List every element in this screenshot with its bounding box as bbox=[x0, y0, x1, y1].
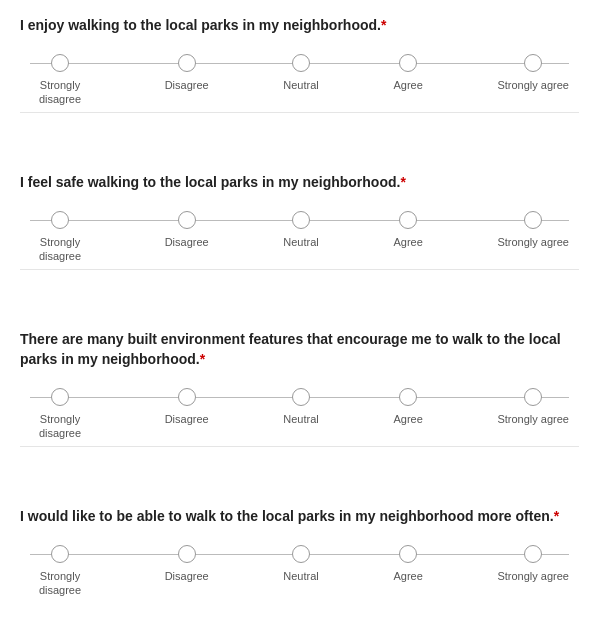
scale-label-4-5: Strongly agree bbox=[497, 569, 569, 583]
scale-circle-3-2[interactable] bbox=[178, 388, 196, 406]
scale-point-4-4[interactable]: Agree bbox=[393, 545, 422, 598]
question-block-3: There are many built environment feature… bbox=[20, 330, 579, 483]
scale-points-1: StronglydisagreeDisagreeNeutralAgreeStro… bbox=[30, 54, 569, 107]
scale-points-2: StronglydisagreeDisagreeNeutralAgreeStro… bbox=[30, 211, 569, 264]
required-marker-4: * bbox=[554, 508, 559, 524]
scale-points-4: StronglydisagreeDisagreeNeutralAgreeStro… bbox=[30, 545, 569, 598]
scale-label-3-2: Disagree bbox=[165, 412, 209, 426]
scale-label-3-3: Neutral bbox=[283, 412, 318, 426]
scale-label-2-5: Strongly agree bbox=[497, 235, 569, 249]
scale-circle-2-4[interactable] bbox=[399, 211, 417, 229]
scale-point-2-3[interactable]: Neutral bbox=[283, 211, 318, 264]
scale-circle-4-4[interactable] bbox=[399, 545, 417, 563]
scale-point-1-4[interactable]: Agree bbox=[393, 54, 422, 107]
scale-circle-1-2[interactable] bbox=[178, 54, 196, 72]
scale-label-4-3: Neutral bbox=[283, 569, 318, 583]
scale-circle-1-3[interactable] bbox=[292, 54, 310, 72]
scale-container-3: StronglydisagreeDisagreeNeutralAgreeStro… bbox=[30, 388, 569, 441]
scale-label-1-1: Stronglydisagree bbox=[30, 78, 90, 107]
scale-label-3-4: Agree bbox=[393, 412, 422, 426]
scale-circle-4-1[interactable] bbox=[51, 545, 69, 563]
scale-point-1-3[interactable]: Neutral bbox=[283, 54, 318, 107]
scale-label-4-4: Agree bbox=[393, 569, 422, 583]
scale-circle-1-1[interactable] bbox=[51, 54, 69, 72]
scale-point-3-1[interactable]: Stronglydisagree bbox=[30, 388, 90, 441]
scale-circle-4-2[interactable] bbox=[178, 545, 196, 563]
scale-label-2-3: Neutral bbox=[283, 235, 318, 249]
scale-point-2-4[interactable]: Agree bbox=[393, 211, 422, 264]
question-text-2: I feel safe walking to the local parks i… bbox=[20, 173, 579, 193]
scale-circle-2-2[interactable] bbox=[178, 211, 196, 229]
scale-point-4-3[interactable]: Neutral bbox=[283, 545, 318, 598]
question-block-4: I would like to be able to walk to the l… bbox=[20, 507, 579, 619]
scale-point-2-1[interactable]: Stronglydisagree bbox=[30, 211, 90, 264]
scale-label-1-2: Disagree bbox=[165, 78, 209, 92]
scale-circle-1-5[interactable] bbox=[524, 54, 542, 72]
scale-label-1-5: Strongly agree bbox=[497, 78, 569, 92]
scale-point-4-1[interactable]: Stronglydisagree bbox=[30, 545, 90, 598]
scale-point-3-5[interactable]: Strongly agree bbox=[497, 388, 569, 441]
question-text-4: I would like to be able to walk to the l… bbox=[20, 507, 579, 527]
scale-point-4-5[interactable]: Strongly agree bbox=[497, 545, 569, 598]
scale-points-3: StronglydisagreeDisagreeNeutralAgreeStro… bbox=[30, 388, 569, 441]
question-text-1: I enjoy walking to the local parks in my… bbox=[20, 16, 579, 36]
scale-label-3-5: Strongly agree bbox=[497, 412, 569, 426]
scale-circle-4-5[interactable] bbox=[524, 545, 542, 563]
scale-circle-3-1[interactable] bbox=[51, 388, 69, 406]
divider-1 bbox=[20, 112, 579, 113]
divider-2 bbox=[20, 269, 579, 270]
scale-circle-3-4[interactable] bbox=[399, 388, 417, 406]
question-block-1: I enjoy walking to the local parks in my… bbox=[20, 16, 579, 149]
scale-point-4-2[interactable]: Disagree bbox=[165, 545, 209, 598]
survey-container: I enjoy walking to the local parks in my… bbox=[20, 16, 579, 619]
scale-label-2-1: Stronglydisagree bbox=[30, 235, 90, 264]
scale-label-4-2: Disagree bbox=[165, 569, 209, 583]
scale-label-1-3: Neutral bbox=[283, 78, 318, 92]
required-marker-1: * bbox=[381, 17, 386, 33]
scale-point-2-2[interactable]: Disagree bbox=[165, 211, 209, 264]
scale-circle-4-3[interactable] bbox=[292, 545, 310, 563]
question-text-3: There are many built environment feature… bbox=[20, 330, 579, 369]
scale-point-1-2[interactable]: Disagree bbox=[165, 54, 209, 107]
scale-circle-2-5[interactable] bbox=[524, 211, 542, 229]
scale-circle-3-5[interactable] bbox=[524, 388, 542, 406]
scale-point-3-4[interactable]: Agree bbox=[393, 388, 422, 441]
scale-label-3-1: Stronglydisagree bbox=[30, 412, 90, 441]
required-marker-3: * bbox=[200, 351, 205, 367]
scale-circle-3-3[interactable] bbox=[292, 388, 310, 406]
scale-point-3-3[interactable]: Neutral bbox=[283, 388, 318, 441]
scale-label-2-2: Disagree bbox=[165, 235, 209, 249]
scale-container-1: StronglydisagreeDisagreeNeutralAgreeStro… bbox=[30, 54, 569, 107]
scale-container-4: StronglydisagreeDisagreeNeutralAgreeStro… bbox=[30, 545, 569, 598]
scale-circle-2-1[interactable] bbox=[51, 211, 69, 229]
divider-3 bbox=[20, 446, 579, 447]
scale-label-1-4: Agree bbox=[393, 78, 422, 92]
scale-label-4-1: Stronglydisagree bbox=[30, 569, 90, 598]
scale-label-2-4: Agree bbox=[393, 235, 422, 249]
scale-point-1-1[interactable]: Stronglydisagree bbox=[30, 54, 90, 107]
question-block-2: I feel safe walking to the local parks i… bbox=[20, 173, 579, 306]
scale-circle-1-4[interactable] bbox=[399, 54, 417, 72]
scale-circle-2-3[interactable] bbox=[292, 211, 310, 229]
scale-container-2: StronglydisagreeDisagreeNeutralAgreeStro… bbox=[30, 211, 569, 264]
required-marker-2: * bbox=[400, 174, 405, 190]
scale-point-1-5[interactable]: Strongly agree bbox=[497, 54, 569, 107]
scale-point-3-2[interactable]: Disagree bbox=[165, 388, 209, 441]
scale-point-2-5[interactable]: Strongly agree bbox=[497, 211, 569, 264]
